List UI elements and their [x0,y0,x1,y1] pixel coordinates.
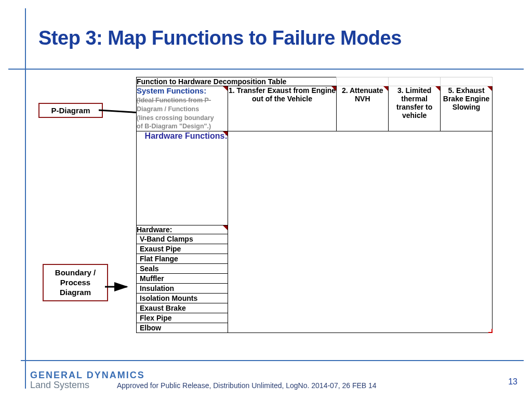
hardware-header: Hardware: [137,225,228,234]
slide: Step 3: Map Functions to Failure Modes P… [0,0,532,399]
system-functions-title: System Functions: [137,86,228,96]
empty-cell [441,77,493,86]
callout-p-diagram: P-Diagram [38,103,103,118]
empty-cell [389,77,441,86]
hw-item: Exaust Pipe [137,244,228,254]
arrow-boundary [105,280,132,294]
page-number: 13 [508,377,517,387]
hardware-functions-label: Hardware Functions: [137,131,228,225]
hw-item: Elbow [137,323,228,333]
hw-item: Exaust Brake [137,303,228,313]
decomposition-table: Function to Hardware Decomposition Table… [136,77,493,333]
function-col-5: 5. Exhaust Brake Engine Slowing [441,86,493,131]
horizontal-rule-bottom [21,360,524,361]
page-title: Step 3: Map Functions to Failure Modes [38,27,402,49]
callout-boundary-process: Boundary / Process Diagram [43,264,108,301]
vertical-rule [25,8,26,389]
hw-item: Flex Pipe [137,313,228,323]
corner-marker-icon [488,329,493,333]
horizontal-rule-top [8,69,524,70]
sys-func-line3: (lines crossing boundary [137,114,214,122]
hw-item: Isolation Mounts [137,294,228,303]
matrix-area [228,131,492,333]
hardware-functions-text: Hardware Functions: [145,131,228,140]
sys-func-line4: of B-Diagram "Design".) [137,123,211,130]
system-functions-subtext: (Ideal Functions from P- Diagram / Funct… [137,96,228,131]
system-functions-title-text: System Functions: [137,86,206,95]
hw-item: Muffler [137,274,228,284]
sys-func-line1: (Ideal Functions from P- [137,97,211,104]
function-col-3: 3. Limited thermal transfer to vehicle [389,86,441,131]
sys-func-line2: Diagram / Functions [137,105,199,113]
table-title: Function to Hardware Decomposition Table [137,77,337,86]
release-statement: Approved for Public Release, Distributio… [117,381,377,390]
hw-item: V-Band Clamps [137,234,228,244]
empty-cell [337,77,389,86]
function-col-2: 2. Attenuate NVH [337,86,389,131]
hw-item: Flat Flange [137,254,228,264]
logo-line1: GENERAL DYNAMICS [30,370,145,381]
function-col-1: 1. Transfer Exaust from Engine out of th… [228,86,337,131]
system-functions-cell: System Functions: (Ideal Functions from … [137,86,228,131]
hw-item: Seals [137,264,228,274]
hw-item: Insulation [137,284,228,294]
